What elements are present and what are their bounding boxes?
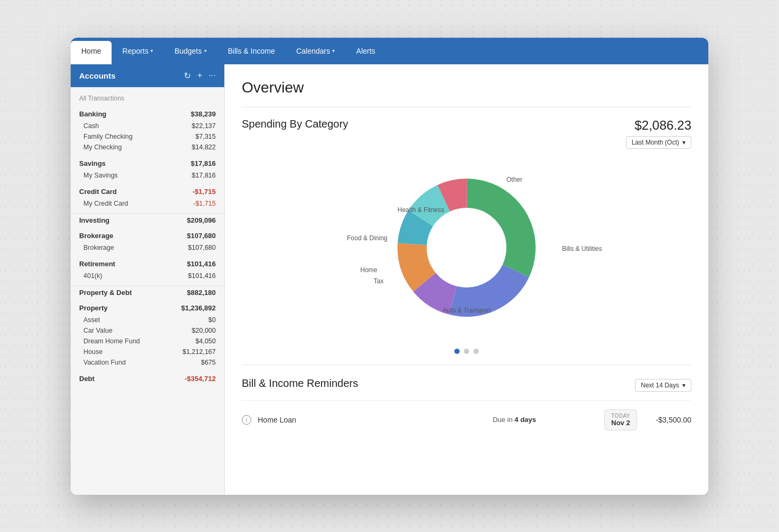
vacation-fund-amount: $675 <box>201 359 216 366</box>
credit-card-header[interactable]: Credit Card -$1,715 <box>71 185 224 198</box>
bill-info-icon[interactable]: i <box>242 415 251 425</box>
dot-1[interactable] <box>454 349 460 354</box>
vacation-fund-item[interactable]: Vacation Fund $675 <box>71 357 224 368</box>
brokerage-item-label: Brokerage <box>83 244 114 251</box>
cash-amount: $22,137 <box>192 122 216 130</box>
spending-right: $2,086.23 Last Month (Oct) ▾ <box>626 118 691 149</box>
my-checking-item[interactable]: My Checking $14,822 <box>71 142 224 153</box>
budgets-caret-icon: ▾ <box>204 48 207 54</box>
brokerage-label: Brokerage <box>79 232 113 240</box>
debt-header[interactable]: Debt -$354,712 <box>71 372 224 385</box>
spending-total: $2,086.23 <box>626 118 691 133</box>
401k-label: 401(k) <box>83 272 102 280</box>
savings-header[interactable]: Savings $17,816 <box>71 157 224 170</box>
page-title: Overview <box>242 79 691 96</box>
banking-label: Banking <box>79 110 106 118</box>
retirement-amount: $101,416 <box>187 260 216 268</box>
investing-header[interactable]: Investing $209,096 <box>71 213 224 227</box>
calendars-caret-icon: ▾ <box>332 48 335 54</box>
today-label: TODAY <box>611 413 630 419</box>
bill-date: Nov 2 <box>611 419 630 427</box>
property-debt-label: Property & Debt <box>79 289 132 297</box>
401k-amount: $101,416 <box>188 272 216 280</box>
property-label: Property <box>79 304 107 312</box>
dots-indicator <box>242 343 691 359</box>
title-divider <box>242 107 691 107</box>
period-dropdown[interactable]: Last Month (Oct) ▾ <box>626 136 691 149</box>
app-window: Home Reports ▾ Budgets ▾ Bills & Income … <box>71 38 708 495</box>
sidebar-actions: ↻ + ··· <box>184 71 216 81</box>
my-checking-label: My Checking <box>83 143 122 151</box>
banking-amount: $38,239 <box>191 110 216 118</box>
bill-period-label: Next 14 Days <box>641 382 679 389</box>
property-debt-header[interactable]: Property & Debt $882,180 <box>71 285 224 299</box>
my-credit-card-item[interactable]: My Credit Card -$1,715 <box>71 198 224 209</box>
car-value-item[interactable]: Car Value $20,000 <box>71 325 224 336</box>
dream-home-label: Dream Home Fund <box>83 337 140 345</box>
brokerage-amount: $107,680 <box>187 232 216 240</box>
dot-2[interactable] <box>464 349 469 354</box>
donut-chart: Bills & Utilities Auto & Transport Tax H… <box>382 163 552 333</box>
sidebar-header: Accounts ↻ + ··· <box>71 64 224 87</box>
debt-amount: -$354,712 <box>184 375 216 383</box>
tab-budgets[interactable]: Budgets ▾ <box>164 38 217 64</box>
tab-home[interactable]: Home <box>71 41 112 64</box>
all-transactions-label: All Transactions <box>71 87 224 105</box>
home-loan-reminder: i Home Loan Due in 4 days TODAY Nov 2 -$… <box>242 400 691 439</box>
my-credit-card-label: My Credit Card <box>83 200 128 207</box>
debt-group: Debt -$354,712 <box>71 370 224 387</box>
asset-item[interactable]: Asset $0 <box>71 315 224 325</box>
brokerage-header[interactable]: Brokerage $107,680 <box>71 229 224 242</box>
reports-caret-icon: ▾ <box>150 48 153 54</box>
donut-svg <box>382 163 552 333</box>
brokerage-item[interactable]: Brokerage $107,680 <box>71 242 224 253</box>
tab-bills-income[interactable]: Bills & Income <box>217 38 286 64</box>
property-group: Property $1,236,892 Asset $0 Car Value $… <box>71 299 224 370</box>
retirement-header[interactable]: Retirement $101,416 <box>71 257 224 271</box>
property-amount: $1,236,892 <box>181 304 216 312</box>
cash-item[interactable]: Cash $22,137 <box>71 121 224 131</box>
bill-period-dropdown[interactable]: Next 14 Days ▾ <box>635 379 691 392</box>
bills-utilities-label: Bills & Utilities <box>562 245 602 252</box>
dream-home-item[interactable]: Dream Home Fund $4,050 <box>71 336 224 347</box>
refresh-icon[interactable]: ↻ <box>184 71 191 81</box>
tab-calendars[interactable]: Calendars ▾ <box>285 38 345 64</box>
family-checking-label: Family Checking <box>83 133 132 140</box>
property-header[interactable]: Property $1,236,892 <box>71 301 224 315</box>
bill-section-header: Bill & Income Reminders Next 14 Days ▾ <box>242 365 691 392</box>
my-checking-amount: $14,822 <box>192 143 216 151</box>
credit-card-label: Credit Card <box>79 188 117 196</box>
bill-name: Home Loan <box>258 416 425 424</box>
house-amount: $1,212,167 <box>182 348 216 356</box>
add-account-icon[interactable]: + <box>197 71 202 80</box>
family-checking-amount: $7,315 <box>196 133 216 140</box>
main-content: Overview Spending By Category $2,086.23 … <box>225 64 708 495</box>
401k-item[interactable]: 401(k) $101,416 <box>71 271 224 281</box>
dot-3[interactable] <box>473 349 479 354</box>
period-label: Last Month (Oct) <box>632 139 679 146</box>
my-credit-card-amount: -$1,715 <box>193 200 216 207</box>
my-savings-item[interactable]: My Savings $17,816 <box>71 170 224 181</box>
vacation-fund-label: Vacation Fund <box>83 359 126 366</box>
investing-label: Investing <box>79 216 109 224</box>
banking-header[interactable]: Banking $38,239 <box>71 107 224 121</box>
bill-due-days: 4 days <box>514 416 536 424</box>
debt-label: Debt <box>79 375 95 383</box>
credit-card-amount: -$1,715 <box>192 188 216 196</box>
car-value-label: Car Value <box>83 327 113 334</box>
tab-reports[interactable]: Reports ▾ <box>112 38 164 64</box>
spending-section-header: Spending By Category $2,086.23 Last Mont… <box>242 118 691 149</box>
brokerage-group: Brokerage $107,680 Brokerage $107,680 <box>71 227 224 255</box>
savings-label: Savings <box>79 159 106 167</box>
tab-alerts[interactable]: Alerts <box>345 38 386 64</box>
my-savings-label: My Savings <box>83 172 118 179</box>
more-options-icon[interactable]: ··· <box>209 71 216 80</box>
family-checking-item[interactable]: Family Checking $7,315 <box>71 131 224 142</box>
sidebar-title: Accounts <box>79 71 115 80</box>
house-item[interactable]: House $1,212,167 <box>71 347 224 357</box>
bill-due-text: Due in 4 days <box>431 416 598 424</box>
bill-amount: -$3,500.00 <box>643 416 691 424</box>
savings-group: Savings $17,816 My Savings $17,816 <box>71 155 224 183</box>
asset-amount: $0 <box>208 316 216 324</box>
savings-amount: $17,816 <box>191 159 216 167</box>
